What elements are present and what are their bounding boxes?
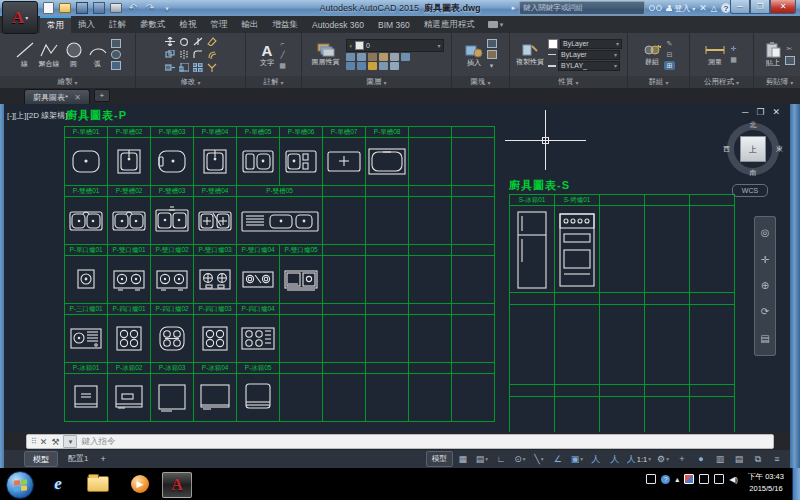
properties-panel-label[interactable]: 性質 xyxy=(510,76,627,88)
mirror-icon[interactable] xyxy=(179,50,189,59)
p-cell-stove-combo[interactable] xyxy=(280,256,323,303)
command-recent-icon[interactable]: ▾ xyxy=(63,435,77,448)
maximize-button[interactable]: ❐ xyxy=(750,0,770,14)
s-cell-label[interactable]: S-冰箱01 xyxy=(510,194,555,206)
showmotion-icon[interactable]: ▤ xyxy=(760,334,769,344)
ribbon-tab-檢視[interactable]: 檢視 xyxy=(173,16,204,33)
block-extra-tools[interactable]: ▾ xyxy=(486,39,497,70)
taskbar-file-explorer[interactable] xyxy=(84,472,112,496)
copy-icon[interactable] xyxy=(165,50,175,59)
layers-panel-label[interactable]: 圖層 xyxy=(302,76,451,88)
p-cell-stove-3[interactable] xyxy=(65,315,108,362)
utilities-extra-tools[interactable]: ✛▦ xyxy=(728,45,739,65)
text-tool[interactable]: A 文字 xyxy=(259,43,275,66)
p-cell-label[interactable]: P-單槽07 xyxy=(323,126,366,138)
ortho-mode-icon[interactable]: ∟ xyxy=(492,452,510,466)
new-drawing-tab-button[interactable]: + xyxy=(94,89,110,102)
viewport-close-icon[interactable]: ✕ xyxy=(772,107,780,117)
line-tool[interactable]: 線 xyxy=(14,41,36,67)
command-close-icon[interactable]: ✕ xyxy=(40,437,48,447)
p-cell-label[interactable]: P-雙口爐03 xyxy=(194,244,237,256)
customization-icon[interactable]: ≡ xyxy=(768,452,786,466)
search-arrow-icon[interactable]: ▸ xyxy=(512,4,516,12)
viewport-restore-icon[interactable]: ❐ xyxy=(756,107,764,117)
annotation-visibility-icon[interactable]: 人 xyxy=(587,452,605,466)
tray-keyboard-icon[interactable] xyxy=(646,474,656,484)
p-cell-label[interactable]: P-雙槽01 xyxy=(65,185,108,197)
search-icon[interactable] xyxy=(649,5,662,11)
p-cell-double-sink2[interactable] xyxy=(151,197,194,244)
p-cell-label[interactable]: P-冰箱03 xyxy=(151,362,194,374)
ribbon-tab-常用[interactable]: 常用 xyxy=(40,16,71,33)
p-cell-double-sink-cross[interactable] xyxy=(194,197,237,244)
command-prompt[interactable]: 鍵入指令 xyxy=(81,436,115,448)
p-cell-label[interactable]: P-四口爐03 xyxy=(194,303,237,315)
group-tool[interactable]: 群組 xyxy=(642,43,662,65)
layer-dropdown[interactable]: ♀ 0 ▾ xyxy=(346,39,444,52)
annotate-extra-tools[interactable]: ⌐╱▦ xyxy=(277,39,288,70)
ribbon-tab-插入[interactable]: 插入 xyxy=(71,16,102,33)
file-tab-close-icon[interactable]: ✕ xyxy=(74,93,81,102)
minimize-button[interactable]: ─ xyxy=(730,0,750,14)
p-cell-double-sink[interactable] xyxy=(65,197,108,244)
viewcube[interactable]: 北 東 南 西 上 xyxy=(724,120,782,178)
p-cell-fridge-top[interactable] xyxy=(65,374,108,421)
p-cell-sink-compartment[interactable] xyxy=(237,138,280,185)
maximize-viewport-icon[interactable]: ⧉ xyxy=(749,452,767,466)
taskbar-clock[interactable]: 下午 03:43 2015/5/16 xyxy=(742,471,790,495)
p-cell-label[interactable]: P-雙槽05 xyxy=(237,185,323,197)
modify-panel-label[interactable]: 修改 xyxy=(136,76,245,88)
command-line[interactable]: ⠿ ✕ ⚒ ▾ 鍵入指令 xyxy=(26,434,774,449)
tray-sync-icon[interactable] xyxy=(714,474,724,484)
measure-tool[interactable]: 測量 xyxy=(704,43,726,65)
p-cell-fridge-top3[interactable] xyxy=(237,374,280,421)
block-panel-label[interactable]: 圖塊 xyxy=(452,76,509,88)
ribbon-tab-精選應用程式[interactable]: 精選應用程式 xyxy=(417,16,482,33)
layout-tab-配置1[interactable]: 配置1 xyxy=(60,451,96,465)
plot-icon[interactable]: ▥ xyxy=(711,452,729,466)
p-cell-stove-2[interactable] xyxy=(151,256,194,303)
close-button[interactable]: ✕ xyxy=(770,0,796,14)
layer-tools-row1[interactable] xyxy=(346,53,444,61)
p-cell-stove-4[interactable] xyxy=(108,315,151,362)
saveas-icon[interactable] xyxy=(93,3,105,14)
groups-panel-label[interactable]: 群組 xyxy=(628,76,689,88)
clipboard-panel-label[interactable]: 剪貼簿 xyxy=(754,76,800,88)
pan-icon[interactable]: ✛ xyxy=(761,255,769,265)
open-icon[interactable] xyxy=(59,3,71,14)
tray-battery-icon[interactable] xyxy=(699,474,709,484)
new-icon[interactable] xyxy=(42,3,54,14)
match-properties-tool[interactable]: 複製性質 xyxy=(515,43,545,65)
table-s-title[interactable]: 廚具圖表-S xyxy=(509,178,570,193)
p-cell-sink-square[interactable] xyxy=(194,138,237,185)
p-cell-label[interactable]: P-單口爐01 xyxy=(65,244,108,256)
grid-display-icon[interactable]: ▦ xyxy=(454,452,472,466)
p-cell-label[interactable]: P-雙口爐04 xyxy=(237,244,280,256)
p-cell-sink-plain[interactable] xyxy=(323,138,366,185)
p-cell-label[interactable]: P-雙口爐02 xyxy=(151,244,194,256)
draw-extra-tools[interactable] xyxy=(111,39,122,70)
p-cell-sink-square[interactable] xyxy=(108,138,151,185)
new-layout-button[interactable]: + xyxy=(100,454,105,464)
arc-tool[interactable]: 弧 xyxy=(87,41,109,67)
redo-icon[interactable]: ↷ xyxy=(144,3,156,14)
p-cell-label[interactable]: P-單槽01 xyxy=(65,126,108,138)
p-cell-label[interactable]: P-冰箱01 xyxy=(65,362,108,374)
hardware-accel-icon[interactable]: ● xyxy=(692,452,710,466)
p-cell-label[interactable]: P-雙槽02 xyxy=(108,185,151,197)
tray-updates-icon[interactable] xyxy=(684,474,694,484)
taskbar-internet-explorer[interactable]: e xyxy=(44,472,72,496)
ribbon-tab-extra[interactable]: ▾ xyxy=(488,16,504,33)
p-cell-label[interactable]: P-雙口爐01 xyxy=(108,244,151,256)
graphics-perf-icon[interactable]: ▤ xyxy=(730,452,748,466)
drawing-canvas[interactable]: [-][上][2D 線架構] 廚具圖表-P P-單槽01P-單槽02P-單槽03… xyxy=(4,104,790,432)
groups-extra-tools[interactable]: ✎⊟⊞ xyxy=(664,39,675,70)
fullnav-wheel-icon[interactable]: ◎ xyxy=(761,228,770,238)
save-icon[interactable] xyxy=(76,3,88,14)
color-dropdown[interactable]: ByLayer xyxy=(560,39,622,49)
search-input[interactable]: 鍵入關鍵字或詞組 xyxy=(519,1,645,15)
p-cell-label[interactable]: P-冰箱02 xyxy=(108,362,151,374)
linetype-dropdown[interactable]: ByLayer xyxy=(558,50,620,60)
p-cell-label[interactable]: P-單槽08 xyxy=(366,126,409,138)
viewcube-south[interactable]: 南 xyxy=(750,168,757,178)
